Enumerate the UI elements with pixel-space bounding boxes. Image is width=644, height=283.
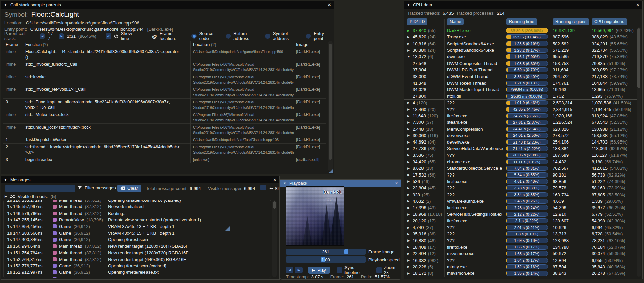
cpu-table-row[interactable]: ▼13,072(6)dwm.exe1:16.1 (7.90%)955,58571… [404,53,638,60]
message-row[interactable]: 1s 147,400,846nsGame(36,912)Opening /for… [4,236,271,243]
cpu-table-row[interactable]: ▶20,120(17)firefox.exe2.1 s (0.22%)128,6… [404,218,638,224]
callstack-table-row[interactable]: inlinestd::_Mutex_base::lockC:\Program F… [3,111,326,124]
radio-symbol-address[interactable] [265,34,270,39]
show-images-checkbox[interactable] [260,185,266,190]
cpu-table-row[interactable]: ▶4,632(2)vmware-authd.exe2.46 s (0.26%)4… [404,198,638,204]
show-images-label[interactable]: Show images [275,186,280,191]
close-icon[interactable]: ✕ [636,2,640,7]
expand-arrow-icon[interactable]: ▶ [404,259,413,262]
step-forward-button[interactable]: ▶ [295,267,302,273]
cpu-table-row[interactable]: 41,348DWM Token Thread1.21 s (0.13%)174,… [404,80,638,86]
expand-arrow-icon[interactable]: ▶ [404,160,413,164]
callstack-table-row[interactable]: 1TaskDispatch::WorkerC:\Users\wolf\Deskt… [3,136,326,144]
collapse-icon[interactable]: ▼ [283,182,286,185]
play-button[interactable]: ▶ Play [308,267,330,274]
show-time-label[interactable]: Show time [121,31,141,41]
messages-titlebar[interactable]: ▼ Messages ✕ [1,176,279,183]
messages-list[interactable]: 1s 120,333,272nsMain thread(37,812)Openi… [3,200,271,278]
expand-arrow-icon[interactable]: ▶ [404,252,413,255]
collapse-icon[interactable]: ▼ [407,3,410,7]
cpu-table-row[interactable]: ▶928(25)???3.34 s (0.35%)163,73487,605(5… [404,191,638,198]
radio-source-code[interactable] [191,34,196,39]
expand-arrow-icon[interactable]: ▶ [404,140,413,144]
cpu-table-row[interactable]: ▶536(49)firefox.exe4.61 s (0.48%)68,8565… [404,178,638,185]
callstack-table-row[interactable]: inlineFloor::CalcLight::__l4::<lambda_5b… [3,48,326,61]
callstack-titlebar[interactable]: ▼ Call stack sample parents ✕ [1,1,334,9]
expand-arrow-icon[interactable]: ▶ [404,193,413,196]
playback-speed-slider[interactable]: 1.00 [286,256,366,263]
expand-arrow-icon[interactable]: ▶ [404,213,413,216]
radio-source-code-label[interactable]: Source code [199,31,223,41]
cpu-table-row[interactable]: ▶45,620(24)Tracy.exe1:39.5 (10.34%)887,5… [404,34,638,40]
callstack-table-row[interactable]: 3beginthreadex[unknown][ucrtbase.dll] [3,156,326,163]
expand-arrow-icon[interactable]: ▶ [404,226,413,229]
clear-button[interactable]: Clear [117,185,141,192]
collapse-icon[interactable]: ▼ [4,178,7,182]
zoom-2x-checkbox[interactable] [376,267,382,273]
radio-return-address-label[interactable]: Return address [233,31,262,41]
show-time-checkbox[interactable]: ✔ [106,33,111,39]
expand-arrow-icon[interactable]: ▶ [404,29,413,32]
cpu-table-row[interactable]: ▶3,536(75)???20.05 s (2.08%)187,689116,1… [404,152,638,159]
message-row[interactable]: 1s 145,557,997nsMain thread(37,812)Netwo… [4,203,271,210]
frame-image-slider[interactable]: 261 [286,249,366,255]
cpu-table-row[interactable]: ▶4,740(37)???2.01 s (0.21%)10,6266,994(6… [404,224,638,231]
collapse-arrow-icon[interactable]: ▼ [404,55,413,59]
cpu-table-row[interactable]: ▶10,816(64)ScriptedSandbox64.exe1:28.5 (… [404,40,638,47]
cpu-table-row[interactable]: ▶4(120)???1:01.9 (6.43%)2,593,3141,078,5… [404,99,638,106]
cpu-table-row[interactable]: ▶35,916(36)???1.8 s (0.19%)13,3136,728(5… [404,231,638,237]
message-row[interactable]: 1s 150,994,64nsMain thread(37,812)New re… [4,243,271,249]
expand-arrow-icon[interactable]: ▶ [404,232,413,236]
message-row[interactable]: 1s 147,354,456nsGame(36,912)VRAM 37x45: … [4,223,271,230]
filter-messages-control[interactable]: Filter messages [78,185,116,190]
cpu-table-row[interactable]: ▶16,332(982)???1.64 s (0.17%)12,8946,955… [404,257,638,263]
sync-timeline-checkbox[interactable] [337,267,342,273]
radio-symbol-address-label[interactable]: Symbol address [273,31,303,41]
radio-entry-point[interactable] [306,34,311,39]
collapse-icon[interactable]: ▼ [4,3,7,7]
col-frame[interactable]: Frame [3,41,23,48]
cpu-table-row[interactable]: ▶7,300(37)steam.exe27.61 s (2.87%)1,286,… [404,119,638,126]
cpu-table-row[interactable]: ▶28,228(5)mintty.exe1.52 s (0.16%)87,504… [404,264,638,270]
callstack-table-row[interactable]: inlinestd::invokeC:\Program Files (x86)\… [3,73,326,86]
expand-arrow-icon[interactable]: ▶ [404,206,413,210]
col-location[interactable]: Location (?) [190,41,294,48]
cpu-table-row[interactable]: ▶34,420(65)chrome.exe11.11 s (1.15%)14,4… [404,159,638,165]
sync-timeline-label[interactable]: Sync timeline [344,265,370,275]
expand-arrow-icon[interactable]: ▶ [404,173,413,177]
cpu-table-row[interactable]: ▶30,380(24)ScriptedSandbox64.exe1:28.2 (… [404,47,638,53]
expand-arrow-icon[interactable]: ▶ [404,245,413,249]
close-icon[interactable]: ✕ [395,181,398,186]
cpu-table-row[interactable]: 27,548DWM Compositor Thread1:03.5 (6.60%… [404,60,638,66]
playback-titlebar[interactable]: ▼ Playback ✕ [280,180,401,187]
cpu-table-row[interactable]: 38,000uDWM Event Thread3.86 s (0.40%)294… [404,73,638,80]
expand-arrow-icon[interactable]: ▶ [404,272,413,275]
message-row[interactable]: 1s 152,912,997nsGame(36,912)Opening /met… [4,269,271,276]
cpu-table-row[interactable]: ▶44,692(84)devenv.exe21.43 s (2.23%)254,… [404,139,638,145]
expand-arrow-icon[interactable]: ▶ [5,195,7,198]
message-row[interactable]: 1s 152,764,817nsMain thread(37,812)New r… [4,256,271,263]
callstack-table-row[interactable]: inlinestd::_Invoker_functor::_CallC:\Pro… [3,61,326,73]
col-function[interactable]: Function (?) [23,41,190,48]
cpu-table-row[interactable]: ▶30,060(116)devenv.exe24.01 s (2.50%)278… [404,132,638,139]
next-frame-button[interactable]: ▶ [59,33,64,39]
cpu-table-row[interactable]: 37,904DWM LPC Port Thread6.69 s (0.70%)3… [404,67,638,73]
message-row[interactable]: 1s 120,333,272nsMain thread(37,812)Openi… [4,200,271,203]
cpu-table-row[interactable]: ▶17,396(43)firefox.exe2.28 s (0.24%)54,2… [404,204,638,211]
radio-entry-point-label[interactable]: Entry point [313,31,334,41]
expand-arrow-icon[interactable]: ▶ [404,199,413,203]
expand-arrow-icon[interactable]: ▶ [404,121,413,124]
cpu-table-row[interactable]: ▶8,628(18)StandardCollector.Service.e7.8… [404,165,638,171]
expand-arrow-icon[interactable]: ▶ [404,49,413,52]
expand-arrow-icon[interactable]: ▶ [404,219,413,222]
expand-arrow-icon[interactable]: ▶ [404,101,413,104]
col-running-regions[interactable]: Running regions [553,18,589,25]
cpu-table-row[interactable]: ▶18,968(1,018)ServiceHub.SettingsHost.ex… [404,211,638,217]
col-name[interactable]: Name [447,18,464,25]
message-row[interactable]: 1s 153,116,37nsGame(36,912)Intro menu lo… [4,276,271,278]
expand-arrow-icon[interactable]: ▶ [404,186,413,190]
expand-arrow-icon[interactable]: ▶ [404,167,413,170]
close-icon[interactable]: ✕ [327,2,331,7]
expand-arrow-icon[interactable]: ▶ [404,107,413,111]
col-pid-tid[interactable]: PID/TID [407,18,427,25]
